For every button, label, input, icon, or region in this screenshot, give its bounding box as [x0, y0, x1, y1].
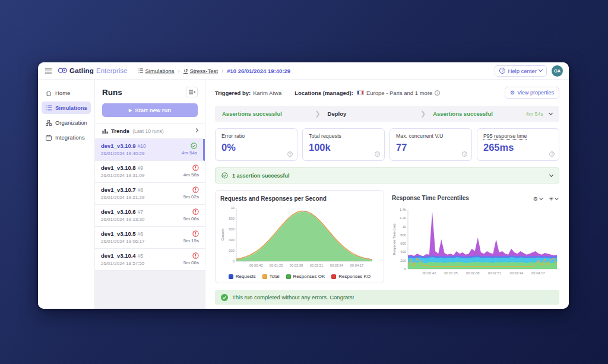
sidebar-item-home[interactable]: Home [42, 87, 91, 99]
run-list-item[interactable]: dev1_v3.10.9#1026/01/2024 19:40:29 4m 54… [95, 139, 205, 161]
sidebar: Home Simulations Organization Integratio… [38, 80, 95, 309]
stats-row: Error ratio 0% ? Total requests 100k ? M… [215, 128, 559, 161]
legend-swatch [229, 274, 233, 279]
avatar[interactable]: GA [552, 65, 563, 77]
check-circle-icon [221, 172, 228, 179]
organization-icon [46, 120, 52, 126]
breadcrumb-simulation[interactable]: ↺ Stress-Test [183, 68, 218, 74]
play-icon: ▶ [129, 108, 132, 113]
breadcrumb-run: #10 26/01/2024 19:40:29 [227, 68, 290, 74]
collapse-panel-icon[interactable] [186, 87, 198, 97]
response-time-percentiles-chart-card: Response Time Percentiles ⚙ ☀ 0200400600… [390, 190, 559, 283]
gear-icon: ⚙ [533, 196, 538, 202]
svg-text:00:00:42: 00:00:42 [249, 264, 263, 267]
chevron-separator: ❯ [420, 110, 426, 118]
timeline-expand-chevron[interactable] [549, 113, 552, 115]
legend-swatch [286, 274, 291, 279]
run-list-item[interactable]: dev1_v3.10.8#926/01/2024 19:31:09 4m 58s [95, 161, 205, 183]
integrations-icon [46, 135, 52, 141]
info-icon[interactable]: i [435, 90, 440, 96]
runs-panel-title: Runs [102, 88, 122, 97]
view-properties-button[interactable]: ⚙ View properties [505, 87, 559, 99]
trends-chart-icon [102, 128, 108, 134]
sun-icon: ☀ [549, 196, 553, 202]
assertion-banner-text: 1 assertion successful [232, 173, 290, 179]
brand-logo[interactable]: Gatling Enterprise [58, 67, 127, 75]
breadcrumb-separator: › [221, 68, 223, 74]
stat-card-error-ratio: Error ratio 0% ? [215, 128, 297, 161]
hamburger-menu-icon[interactable] [44, 67, 53, 75]
legend-swatch [262, 274, 267, 279]
svg-text:1k: 1k [403, 225, 406, 229]
svg-text:0: 0 [404, 267, 406, 271]
svg-text:600: 600 [400, 242, 406, 245]
start-new-run-button[interactable]: ▶ Start new run [102, 103, 198, 117]
success-check-icon [221, 294, 228, 301]
chevron-right-icon [194, 128, 198, 132]
svg-text:200: 200 [229, 249, 235, 252]
svg-text:00:01:25: 00:01:25 [270, 264, 283, 267]
svg-text:1k: 1k [231, 206, 235, 210]
svg-text:00:03:34: 00:03:34 [509, 271, 523, 275]
svg-text:200: 200 [400, 259, 406, 262]
triggered-by-label: Triggered by: [215, 90, 251, 96]
run-status-icon [192, 164, 199, 171]
run-list-item[interactable]: dev1_v3.10.6#726/01/2024 19:13:30 5m 06s [95, 205, 205, 227]
run-list-item[interactable]: dev1_v3.10.7#826/01/2024 19:21:29 5m 02s [95, 183, 205, 205]
brand-name: Gatling [69, 67, 94, 74]
chart-display-dropdown[interactable]: ☀ [549, 196, 558, 202]
help-tooltip-icon[interactable]: ? [375, 151, 380, 157]
chart-title: Requests and Responses per Second [220, 195, 379, 202]
run-list-item[interactable]: dev1_v3.10.4#526/01/2024 18:57:55 5m 06s [95, 249, 205, 271]
svg-text:400: 400 [229, 238, 235, 242]
legend-swatch [331, 274, 336, 279]
home-icon [46, 90, 52, 96]
help-center-button[interactable]: ? Help center [495, 65, 547, 77]
help-tooltip-icon[interactable]: ? [287, 151, 293, 157]
breadcrumb-separator: › [178, 68, 180, 74]
run-status-icon [192, 208, 199, 215]
run-meta-row: Triggered by: Karim Atwa Locations (mana… [215, 87, 559, 99]
chart-legend: RequestsTotalResponses OKResponses KO [220, 274, 379, 279]
svg-text:00:04:17: 00:04:17 [350, 264, 364, 267]
run-status-icon [192, 186, 199, 193]
legend-item[interactable]: Responses KO [331, 274, 370, 279]
svg-text:400: 400 [400, 250, 406, 254]
help-tooltip-icon[interactable]: ? [549, 151, 555, 157]
sidebar-item-simulations[interactable]: Simulations [42, 102, 91, 114]
chart-title: Response Time Percentiles [392, 195, 469, 201]
svg-text:800: 800 [229, 217, 235, 220]
svg-text:00:02:08: 00:02:08 [290, 264, 303, 267]
sidebar-item-integrations[interactable]: Integrations [42, 131, 91, 144]
timeline-step: Assertions successful [433, 110, 525, 117]
assertion-banner[interactable]: 1 assertion successful [215, 167, 559, 183]
app-window: Gatling Enterprise Simulations › ↺ Stres… [38, 62, 569, 309]
brand-suffix: Enterprise [96, 67, 127, 74]
completion-banner: This run completed without any errors. C… [215, 290, 559, 305]
legend-item[interactable]: Responses OK [286, 274, 325, 279]
breadcrumb-simulations[interactable]: Simulations [138, 68, 174, 74]
question-icon: ? [499, 68, 505, 74]
legend-item[interactable]: Total [262, 274, 280, 279]
chart-settings-dropdown[interactable]: ⚙ [533, 196, 543, 202]
gear-icon: ⚙ [510, 90, 515, 96]
help-tooltip-icon[interactable]: ? [462, 151, 467, 157]
chevron-down-icon[interactable] [550, 175, 553, 176]
svg-text:1.2k: 1.2k [400, 216, 406, 220]
run-list-item[interactable]: dev1_v3.10.5#626/01/2024 19:06:17 5m 15s [95, 227, 205, 249]
locations-label: Locations (managed): [294, 90, 353, 96]
topbar-actions: ? Help center GA [495, 65, 563, 77]
requests-responses-chart: 02004006008001k00:00:4200:01:2500:02:080… [220, 204, 379, 273]
runs-panel: Runs ▶ Start new run Trends (Last 10 run… [95, 80, 205, 309]
svg-text:00:03:34: 00:03:34 [330, 264, 344, 267]
top-bar: Gatling Enterprise Simulations › ↺ Stres… [38, 62, 569, 80]
desktop-background: { "topbar": { "brand_name": "Gatling", "… [0, 0, 608, 364]
chart-controls: ⚙ ☀ [533, 196, 558, 202]
stat-card-p95-response-time: P95 response time 265ms ? [477, 128, 559, 161]
trends-row[interactable]: Trends (Last 10 runs) [95, 123, 205, 139]
legend-item[interactable]: Requests [229, 274, 256, 279]
breadcrumb: Simulations › ↺ Stress-Test › #10 26/01/… [138, 68, 290, 74]
sidebar-item-organization[interactable]: Organization [42, 116, 91, 129]
history-icon: ↺ [183, 68, 188, 74]
completion-banner-text: This run completed without any errors. C… [232, 294, 354, 300]
